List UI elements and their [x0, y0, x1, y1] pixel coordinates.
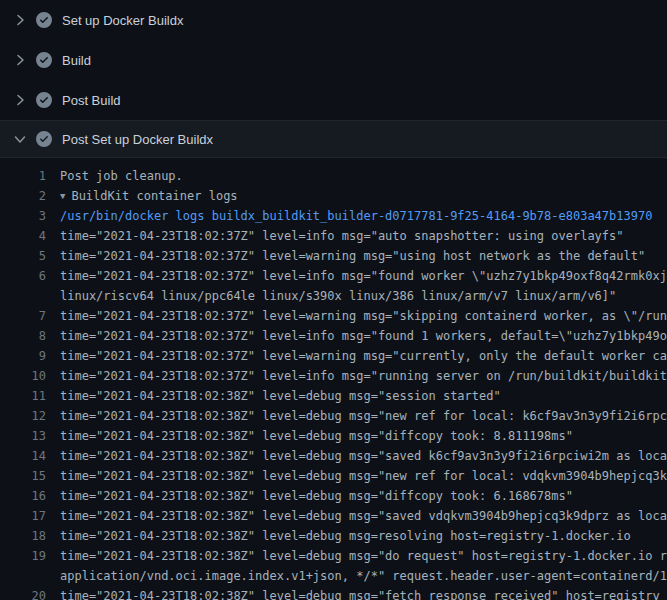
- log-line-number[interactable]: 9: [0, 346, 46, 366]
- log-text: time="2021-04-23T18:02:38Z" level=debug …: [46, 486, 573, 506]
- log-line-12: 12time="2021-04-23T18:02:38Z" level=debu…: [0, 406, 667, 426]
- log-line-number[interactable]: 19: [0, 546, 46, 566]
- check-circle-icon: [36, 52, 52, 68]
- check-circle-icon: [36, 92, 52, 108]
- log-line-16: 16time="2021-04-23T18:02:38Z" level=debu…: [0, 486, 667, 506]
- log-line-5: 5time="2021-04-23T18:02:37Z" level=warni…: [0, 246, 667, 266]
- log-line-1: 1Post job cleanup.: [0, 166, 667, 186]
- step-header-set-up-docker-buildx[interactable]: Set up Docker Buildx: [0, 0, 667, 40]
- chevron-down-icon: [12, 131, 28, 147]
- log-line-number[interactable]: 16: [0, 486, 46, 506]
- log-text: linux/riscv64 linux/ppc64le linux/s390x …: [46, 286, 616, 306]
- log-text: time="2021-04-23T18:02:38Z" level=debug …: [46, 546, 667, 566]
- log-line-number[interactable]: 14: [0, 446, 46, 466]
- log-line-number[interactable]: 5: [0, 246, 46, 266]
- log-line-number[interactable]: 8: [0, 326, 46, 346]
- log-line-number: [0, 286, 46, 306]
- log-line-number[interactable]: 18: [0, 526, 46, 546]
- log-line-number[interactable]: 2: [0, 186, 46, 206]
- log-line-3: 3/usr/bin/docker logs buildx_buildkit_bu…: [0, 206, 667, 226]
- step-header-post-set-up-docker-buildx[interactable]: Post Set up Docker Buildx: [0, 120, 667, 158]
- log-text: time="2021-04-23T18:02:37Z" level=info m…: [46, 266, 667, 286]
- log-line-19: 19time="2021-04-23T18:02:38Z" level=debu…: [0, 546, 667, 566]
- log-group-label[interactable]: BuildKit container logs: [71, 189, 237, 203]
- log-text: time="2021-04-23T18:02:38Z" level=debug …: [46, 506, 667, 526]
- chevron-right-icon: [12, 52, 28, 68]
- log-line-number[interactable]: 4: [0, 226, 46, 246]
- log-line-number[interactable]: 7: [0, 306, 46, 326]
- log-line-number[interactable]: 13: [0, 426, 46, 446]
- log-line-8: 8time="2021-04-23T18:02:37Z" level=info …: [0, 326, 667, 346]
- log-line-14: 14time="2021-04-23T18:02:38Z" level=debu…: [0, 446, 667, 466]
- log-line-17: 17time="2021-04-23T18:02:38Z" level=debu…: [0, 506, 667, 526]
- log-line-number[interactable]: 11: [0, 386, 46, 406]
- chevron-right-icon: [12, 92, 28, 108]
- check-circle-icon: [36, 131, 52, 147]
- log-text: Post job cleanup.: [46, 166, 183, 186]
- log-area: 1Post job cleanup.2▼BuildKit container l…: [0, 158, 667, 600]
- log-line-13: 13time="2021-04-23T18:02:38Z" level=debu…: [0, 426, 667, 446]
- log-line-number[interactable]: 17: [0, 506, 46, 526]
- log-line-number[interactable]: 20: [0, 586, 46, 600]
- log-line-18: 18time="2021-04-23T18:02:38Z" level=debu…: [0, 526, 667, 546]
- log-text: time="2021-04-23T18:02:38Z" level=debug …: [46, 406, 667, 426]
- log-text: ▼BuildKit container logs: [46, 186, 238, 206]
- step-label: Build: [62, 53, 91, 68]
- step-label: Post Build: [62, 93, 121, 108]
- log-text: time="2021-04-23T18:02:38Z" level=debug …: [46, 446, 667, 466]
- log-line-9: 9time="2021-04-23T18:02:37Z" level=warni…: [0, 346, 667, 366]
- log-text: time="2021-04-23T18:02:38Z" level=debug …: [46, 526, 631, 546]
- log-text: time="2021-04-23T18:02:37Z" level=info m…: [46, 366, 667, 386]
- step-header-build[interactable]: Build: [0, 40, 667, 80]
- log-text: time="2021-04-23T18:02:37Z" level=warnin…: [46, 306, 667, 326]
- log-line-number[interactable]: 15: [0, 466, 46, 486]
- log-text: time="2021-04-23T18:02:38Z" level=debug …: [46, 466, 667, 486]
- log-line-number[interactable]: 10: [0, 366, 46, 386]
- log-text: time="2021-04-23T18:02:37Z" level=warnin…: [46, 346, 667, 366]
- check-circle-icon: [36, 12, 52, 28]
- log-line-number[interactable]: 1: [0, 166, 46, 186]
- log-line-number[interactable]: 6: [0, 266, 46, 286]
- log-line-2: 2▼BuildKit container logs: [0, 186, 667, 206]
- log-line-number: [0, 566, 46, 586]
- log-text: time="2021-04-23T18:02:38Z" level=debug …: [46, 586, 660, 600]
- log-text: application/vnd.oci.image.index.v1+json,…: [46, 566, 667, 586]
- step-label: Post Set up Docker Buildx: [62, 132, 213, 147]
- log-text: time="2021-04-23T18:02:37Z" level=warnin…: [46, 246, 645, 266]
- log-command-text: /usr/bin/docker logs buildx_buildkit_bui…: [46, 206, 652, 226]
- log-text: time="2021-04-23T18:02:38Z" level=debug …: [46, 386, 501, 406]
- log-line-7: 7time="2021-04-23T18:02:37Z" level=warni…: [0, 306, 667, 326]
- step-list: Set up Docker BuildxBuildPost BuildPost …: [0, 0, 667, 158]
- log-line-15: 15time="2021-04-23T18:02:38Z" level=debu…: [0, 466, 667, 486]
- log-text: time="2021-04-23T18:02:38Z" level=debug …: [46, 426, 573, 446]
- log-text: time="2021-04-23T18:02:37Z" level=info m…: [46, 326, 667, 346]
- actions-log-viewer: Set up Docker BuildxBuildPost BuildPost …: [0, 0, 667, 600]
- log-line-continuation: application/vnd.oci.image.index.v1+json,…: [0, 566, 667, 586]
- log-line-10: 10time="2021-04-23T18:02:37Z" level=info…: [0, 366, 667, 386]
- log-line-number[interactable]: 3: [0, 206, 46, 226]
- step-label: Set up Docker Buildx: [62, 13, 183, 28]
- chevron-right-icon: [12, 12, 28, 28]
- log-line-11: 11time="2021-04-23T18:02:38Z" level=debu…: [0, 386, 667, 406]
- log-group-collapse-icon[interactable]: ▼: [60, 186, 65, 206]
- log-line-4: 4time="2021-04-23T18:02:37Z" level=info …: [0, 226, 667, 246]
- log-line-6: 6time="2021-04-23T18:02:37Z" level=info …: [0, 266, 667, 286]
- log-line-20: 20time="2021-04-23T18:02:38Z" level=debu…: [0, 586, 667, 600]
- step-header-post-build[interactable]: Post Build: [0, 80, 667, 120]
- log-text: time="2021-04-23T18:02:37Z" level=info m…: [46, 226, 624, 246]
- log-line-continuation: linux/riscv64 linux/ppc64le linux/s390x …: [0, 286, 667, 306]
- log-line-number[interactable]: 12: [0, 406, 46, 426]
